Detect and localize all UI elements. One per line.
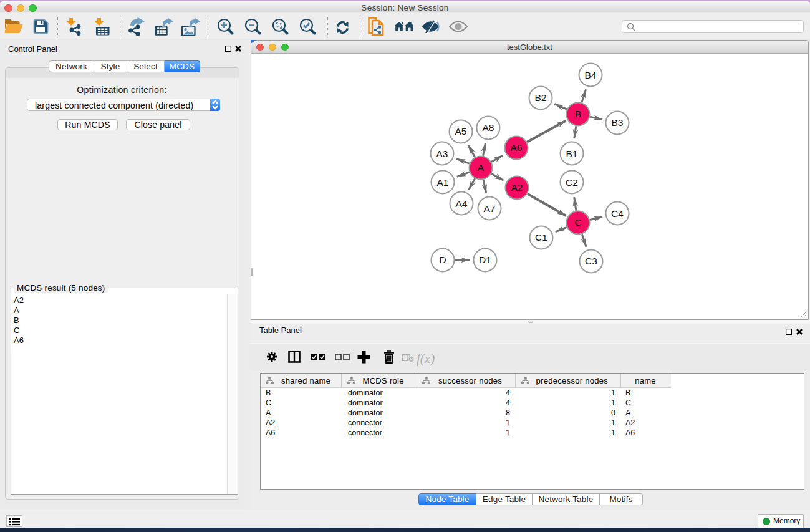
svg-text:D1: D1 bbox=[479, 254, 491, 265]
svg-text:A4: A4 bbox=[456, 198, 468, 209]
svg-text:B: B bbox=[575, 109, 581, 119]
svg-text:A6: A6 bbox=[511, 142, 523, 153]
svg-text:D: D bbox=[439, 254, 446, 265]
svg-text:A1: A1 bbox=[437, 177, 449, 188]
svg-text:C1: C1 bbox=[535, 232, 547, 243]
svg-text:B2: B2 bbox=[535, 92, 547, 103]
svg-text:A3: A3 bbox=[436, 148, 448, 159]
svg-text:A8: A8 bbox=[483, 122, 494, 133]
svg-text:B1: B1 bbox=[566, 148, 578, 159]
svg-text:C4: C4 bbox=[611, 208, 624, 219]
svg-text:A2: A2 bbox=[511, 182, 523, 193]
svg-text:C2: C2 bbox=[566, 177, 578, 188]
svg-text:A5: A5 bbox=[455, 126, 467, 137]
svg-text:A7: A7 bbox=[484, 203, 496, 214]
svg-text:C: C bbox=[574, 217, 581, 228]
svg-text:B3: B3 bbox=[612, 117, 624, 128]
svg-text:C3: C3 bbox=[585, 256, 597, 266]
svg-text:A: A bbox=[478, 162, 485, 173]
svg-text:B4: B4 bbox=[585, 70, 597, 80]
